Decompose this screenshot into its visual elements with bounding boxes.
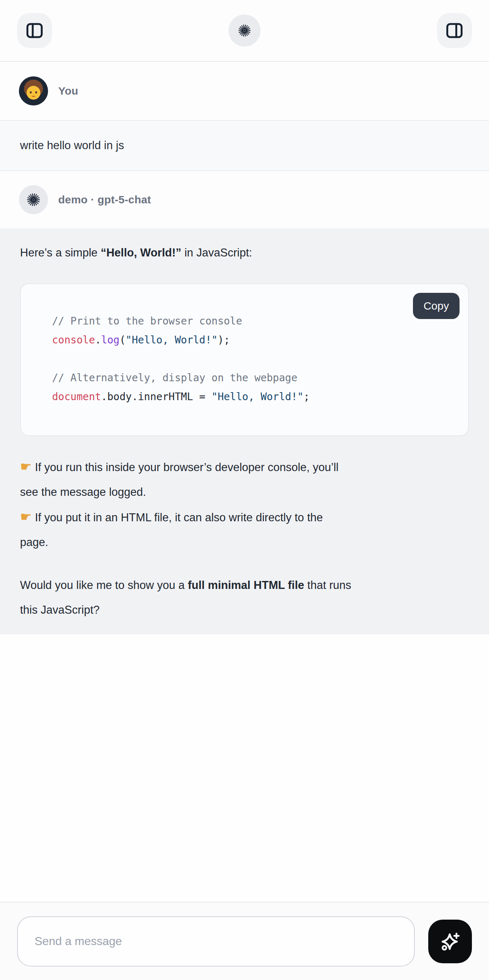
code-content: // Print to the browser console console.… [52, 315, 310, 403]
assistant-intro-paragraph: Here’s a simple “Hello, World!” in JavaS… [20, 240, 469, 265]
assistant-message-bubble: Here’s a simple “Hello, World!” in JavaS… [0, 228, 489, 635]
panel-right-icon [444, 21, 464, 40]
send-button[interactable] [428, 920, 472, 963]
app-logo-button[interactable] [228, 14, 261, 46]
panel-left-icon [25, 21, 45, 40]
assistant-tips-paragraph: ☛ If you run this inside your browser’s … [20, 454, 469, 555]
sparkles-icon [438, 929, 462, 953]
user-avatar [19, 76, 48, 105]
assistant-avatar [19, 185, 48, 214]
top-bar [0, 0, 489, 62]
chat-scroll-spacer [0, 635, 489, 902]
assistant-message-header: demo · gpt-5-chat [0, 171, 489, 228]
chat-app-screen: You write hello world in js demo · gpt-5… [0, 0, 489, 980]
starburst-logo-icon [238, 24, 251, 37]
pointing-hand-emoji: ☛ [20, 509, 32, 524]
toggle-left-sidebar-button[interactable] [17, 13, 52, 48]
assistant-question-paragraph: Would you like me to show you a full min… [20, 573, 469, 622]
user-message-bubble: write hello world in js [0, 120, 489, 171]
copy-code-button[interactable]: Copy [413, 293, 460, 319]
user-role-label: You [58, 85, 78, 97]
user-message-header: You [0, 62, 489, 120]
assistant-model-label: demo · gpt-5-chat [58, 194, 151, 206]
user-message-text: write hello world in js [20, 139, 124, 152]
message-input[interactable] [17, 916, 415, 967]
code-block: Copy // Print to the browser console con… [20, 283, 469, 436]
toggle-right-sidebar-button[interactable] [437, 13, 472, 48]
composer-bar [0, 902, 489, 980]
starburst-avatar-icon [27, 193, 40, 207]
pointing-hand-emoji: ☛ [20, 459, 32, 474]
